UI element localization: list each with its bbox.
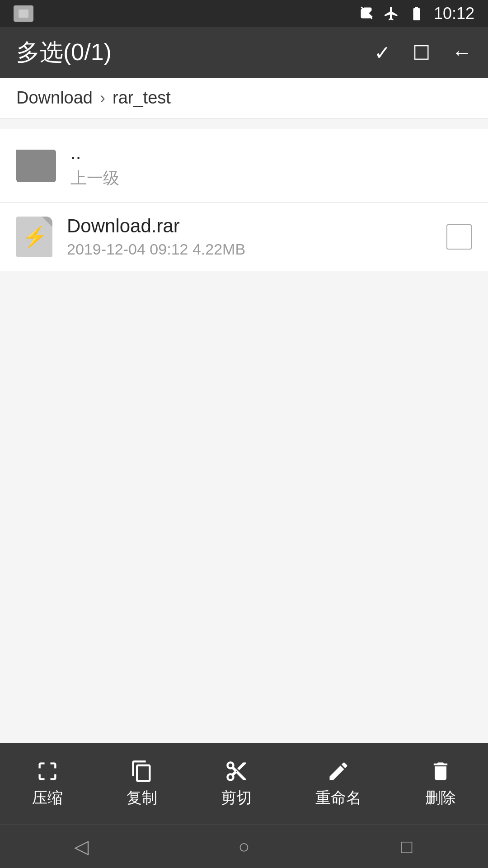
file-info: Download.rar 2019-12-04 09:12 4.22MB bbox=[67, 215, 446, 258]
status-bar: 10:12 bbox=[0, 0, 488, 27]
cut-icon bbox=[225, 760, 248, 783]
airplane-icon bbox=[383, 5, 399, 22]
file-list: .. 上一级 ⚡ Download.rar 2019-12-04 09:12 4… bbox=[0, 118, 488, 743]
folder-icon bbox=[16, 150, 56, 182]
back-button[interactable]: ← bbox=[452, 41, 472, 64]
breadcrumb-separator: › bbox=[100, 89, 105, 108]
status-icons: 10:12 bbox=[359, 4, 474, 23]
nav-home-button[interactable]: ○ bbox=[221, 833, 267, 860]
file-name: .. bbox=[70, 142, 472, 164]
list-item[interactable]: ⚡ Download.rar 2019-12-04 09:12 4.22MB bbox=[0, 203, 488, 271]
no-sim-icon bbox=[359, 5, 375, 22]
file-name: Download.rar bbox=[67, 215, 446, 237]
file-checkbox[interactable] bbox=[446, 224, 472, 250]
file-meta: 2019-12-04 09:12 4.22MB bbox=[67, 241, 446, 258]
delete-icon bbox=[429, 760, 452, 783]
toolbar-title: 多选(0/1) bbox=[16, 37, 112, 68]
confirm-button[interactable]: ✓ bbox=[374, 41, 391, 64]
rename-label: 重命名 bbox=[315, 788, 361, 808]
file-parent-label: 上一级 bbox=[70, 167, 472, 189]
copy-button[interactable]: 复制 bbox=[127, 760, 157, 808]
toolbar-actions: ✓ ☐ ← bbox=[374, 41, 472, 64]
cut-button[interactable]: 剪切 bbox=[221, 760, 252, 808]
bottom-toolbar: 压缩 复制 剪切 重命名 删除 bbox=[0, 743, 488, 825]
copy-icon bbox=[130, 760, 154, 783]
delete-button[interactable]: 删除 bbox=[425, 760, 456, 808]
breadcrumb-rar-test[interactable]: rar_test bbox=[113, 88, 171, 108]
breadcrumb: Download › rar_test bbox=[0, 78, 488, 118]
toolbar: 多选(0/1) ✓ ☐ ← bbox=[0, 27, 488, 78]
battery-icon bbox=[408, 5, 426, 22]
cut-label: 剪切 bbox=[221, 788, 252, 808]
rename-icon bbox=[327, 760, 350, 783]
square-button[interactable]: ☐ bbox=[413, 41, 430, 64]
rar-icon: ⚡ bbox=[16, 217, 52, 257]
compress-button[interactable]: 压缩 bbox=[32, 760, 63, 808]
breadcrumb-download[interactable]: Download bbox=[16, 88, 93, 108]
app-icon bbox=[14, 5, 33, 22]
status-time: 10:12 bbox=[434, 4, 474, 23]
list-item[interactable]: .. 上一级 bbox=[0, 129, 488, 203]
rename-button[interactable]: 重命名 bbox=[315, 760, 361, 808]
compress-icon bbox=[36, 760, 59, 783]
file-info: .. 上一级 bbox=[70, 142, 472, 189]
delete-label: 删除 bbox=[425, 788, 456, 808]
compress-label: 压缩 bbox=[32, 788, 63, 808]
copy-label: 复制 bbox=[127, 788, 157, 808]
nav-bar: ◁ ○ □ bbox=[0, 825, 488, 868]
nav-back-button[interactable]: ◁ bbox=[59, 833, 104, 860]
nav-recent-button[interactable]: □ bbox=[384, 833, 429, 860]
